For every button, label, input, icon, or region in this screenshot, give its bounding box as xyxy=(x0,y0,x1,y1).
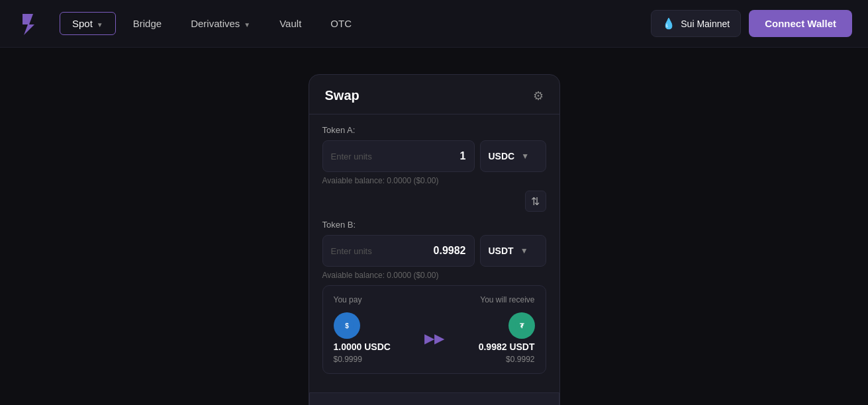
token-b-value: 0.9982 xyxy=(434,245,466,257)
pay-usd: $0.9999 xyxy=(334,355,362,364)
pay-amount: 1.0000 USDC xyxy=(334,341,391,352)
swap-card: Swap ⚙ Token A: Enter units 1 USDC ▼ Ava… xyxy=(309,74,560,405)
token-a-balance: Avaiable balance: 0.0000 ($0.00) xyxy=(322,176,546,185)
summary-box: You pay You will receive $ 1.0000 USDC xyxy=(322,285,546,374)
token-b-select[interactable]: USDT ▼ xyxy=(480,235,546,267)
rate-bar: 1 USDC = 0.9982 USDT + xyxy=(309,392,559,405)
nav-item-otc[interactable]: OTC xyxy=(318,13,363,34)
token-b-chevron-icon: ▼ xyxy=(520,246,528,255)
settings-icon[interactable]: ⚙ xyxy=(533,89,544,103)
spot-chevron-icon xyxy=(97,18,103,29)
swap-direction: ⇅ xyxy=(322,191,546,212)
token-b-symbol: USDT xyxy=(489,246,514,256)
usdt-icon: ₮ xyxy=(508,312,535,339)
swap-arrows-icon: ⇅ xyxy=(531,195,540,208)
token-a-value: 1 xyxy=(460,150,466,162)
nav-items: Spot Bridge Derivatives Vault OTC xyxy=(60,12,651,35)
you-receive-label: You will receive xyxy=(480,295,534,304)
token-b-row: Enter units 0.9982 USDT ▼ xyxy=(322,235,546,267)
token-a-chevron-icon: ▼ xyxy=(521,152,529,161)
expand-rate-icon[interactable]: + xyxy=(538,402,546,405)
nav-item-vault-label: Vault xyxy=(279,18,301,29)
receive-token: ₮ 0.9982 USDT $0.9992 xyxy=(479,312,535,364)
summary-labels: You pay You will receive xyxy=(334,295,535,304)
nav-item-bridge[interactable]: Bridge xyxy=(121,13,173,34)
token-a-input-wrap[interactable]: Enter units 1 xyxy=(322,140,475,172)
summary-tokens: $ 1.0000 USDC $0.9999 ▶▶ xyxy=(334,312,535,364)
nav-item-vault[interactable]: Vault xyxy=(267,13,313,34)
forward-arrows-icon: ▶▶ xyxy=(424,330,444,346)
network-selector[interactable]: 💧 Sui Mainnet xyxy=(651,10,741,37)
token-a-placeholder: Enter units xyxy=(331,152,460,161)
swap-header: Swap ⚙ xyxy=(309,75,559,114)
nav-item-derivatives-label: Derivatives xyxy=(191,18,240,29)
token-b-label: Token B: xyxy=(322,220,546,230)
pay-token: $ 1.0000 USDC $0.9999 xyxy=(334,312,391,364)
nav-item-otc-label: OTC xyxy=(330,18,352,29)
usdc-icon: $ xyxy=(334,312,360,339)
svg-text:$: $ xyxy=(345,322,349,330)
connect-wallet-button[interactable]: Connect Wallet xyxy=(749,10,852,37)
nav-right: 💧 Sui Mainnet Connect Wallet xyxy=(651,10,852,37)
token-a-label: Token A: xyxy=(322,125,546,135)
svg-text:₮: ₮ xyxy=(520,322,524,330)
logo[interactable] xyxy=(16,11,41,36)
token-a-select[interactable]: USDC ▼ xyxy=(480,140,546,172)
token-a-row: Enter units 1 USDC ▼ xyxy=(322,140,546,172)
receive-usd: $0.9992 xyxy=(506,355,534,364)
nav-item-derivatives[interactable]: Derivatives xyxy=(179,13,262,34)
main-content: Swap ⚙ Token A: Enter units 1 USDC ▼ Ava… xyxy=(0,48,868,405)
token-b-balance: Avaiable balance: 0.0000 ($0.00) xyxy=(322,271,546,280)
token-b-input-wrap[interactable]: Enter units 0.9982 xyxy=(322,235,475,267)
connect-wallet-label: Connect Wallet xyxy=(765,18,836,29)
swap-body: Token A: Enter units 1 USDC ▼ Avaiable b… xyxy=(309,114,559,384)
swap-direction-button[interactable]: ⇅ xyxy=(525,191,546,212)
nav-item-spot-label: Spot xyxy=(72,18,93,29)
network-icon: 💧 xyxy=(662,17,675,30)
network-label: Sui Mainnet xyxy=(681,19,730,29)
navbar: Spot Bridge Derivatives Vault OTC 💧 Sui … xyxy=(0,0,868,48)
token-b-placeholder: Enter units xyxy=(331,246,434,256)
you-pay-label: You pay xyxy=(334,295,362,304)
nav-item-spot[interactable]: Spot xyxy=(60,12,116,35)
swap-title: Swap xyxy=(325,88,360,103)
token-a-symbol: USDC xyxy=(489,151,515,161)
derivatives-chevron-icon xyxy=(244,18,250,29)
nav-item-bridge-label: Bridge xyxy=(133,18,162,29)
receive-amount: 0.9982 USDT xyxy=(479,341,535,352)
